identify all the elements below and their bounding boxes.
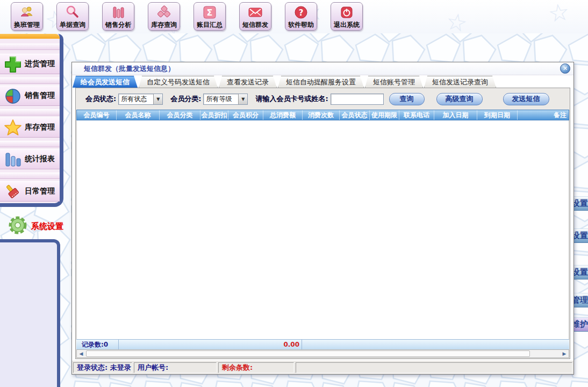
scroll-right-icon[interactable]: ▶: [560, 350, 569, 357]
toolbar-button-label: 换班管理: [14, 20, 40, 29]
top-toolbar: ☆ ☆ ☆ ☆ ☆ 换班管理 单据查询 销售分析 库存查询: [0, 0, 588, 33]
gear-icon: [6, 214, 29, 239]
filter-row: 会员状态: 所有状态 ▼ 会员分类: 所有等级 ▼ 请输入会员卡号或姓名: 查询…: [76, 88, 570, 110]
toolbar-button-label: 单据查询: [60, 20, 85, 29]
tab-auto-reminder-settings[interactable]: 短信自动提醒服务设置: [278, 76, 364, 88]
toolbar-button-label: 软件帮助: [288, 20, 314, 29]
sidebar-divider: [0, 44, 60, 50]
tab-custom-numbers[interactable]: 自定义号码发送短信: [139, 76, 218, 88]
remaining-count: 剩余条数:: [218, 362, 294, 373]
toolbar-button-label: 退出系统: [334, 20, 360, 29]
query-button[interactable]: 查询: [389, 93, 425, 105]
green-plus-icon: [3, 55, 23, 76]
dialog-title: 短信群发（批量发送短信息）: [84, 64, 560, 74]
receipt-query-button[interactable]: 单据查询: [56, 2, 89, 31]
member-search-input[interactable]: [331, 94, 384, 105]
sidebar-item-daily[interactable]: 日常管理: [0, 181, 60, 202]
search-label: 请输入会员卡号或姓名:: [255, 94, 328, 104]
envelope-icon: [248, 4, 263, 20]
advanced-query-button[interactable]: 高级查询: [436, 93, 483, 105]
column-header[interactable]: 会员积分: [228, 110, 263, 120]
help-icon: ?: [293, 4, 309, 20]
sidebar-orange-bar: [0, 34, 60, 39]
horizontal-scrollbar[interactable]: ◀ ▶: [76, 349, 569, 358]
column-header[interactable]: 会员名称: [117, 110, 160, 120]
dialog-status-bar: 登录状态: 未登录 用户帐号: 剩余条数:: [72, 360, 573, 374]
sales-analysis-button[interactable]: 销售分析: [102, 2, 134, 31]
column-header[interactable]: 消费次数: [303, 110, 340, 120]
people-icon: [19, 4, 34, 20]
sms-broadcast-dialog: 短信群发（批量发送短信息） ✕ 给会员发送短信 自定义号码发送短信 查看发送记录…: [71, 62, 574, 375]
column-header[interactable]: 备注: [518, 110, 569, 120]
total-amount: 0.00: [119, 341, 302, 348]
scroll-left-icon[interactable]: ◀: [77, 350, 85, 357]
sidebar-item-label: 库存管理: [25, 123, 55, 132]
member-status-value: 所有状态: [119, 95, 153, 104]
sidebar-divider: [0, 141, 60, 147]
sidebar-item-purchase[interactable]: 进货管理: [0, 54, 60, 74]
member-table-body: [76, 120, 569, 339]
toolbar-button-label: 销售分析: [105, 20, 131, 29]
member-table-header: 会员编号 会员名称 会员分类 会员折扣 会员积分 总消费额 消费次数 会员状态 …: [76, 110, 569, 120]
brush-icon: [3, 182, 23, 204]
background-button-label: 管理: [572, 295, 588, 305]
tab-page-send-to-members: 会员状态: 所有状态 ▼ 会员分类: 所有等级 ▼ 请输入会员卡号或姓名: 查询…: [75, 88, 570, 359]
boxes-icon: [156, 4, 171, 20]
sidebar-item-sales[interactable]: 销售管理: [0, 85, 60, 106]
member-category-select[interactable]: 所有等级 ▼: [203, 94, 248, 105]
column-header[interactable]: 会员折扣: [200, 110, 228, 120]
toolbar-button-label: 库存查询: [151, 20, 177, 29]
chevron-down-icon: ▼: [153, 94, 162, 104]
sidebar-item-label: 进货管理: [25, 59, 55, 69]
toolbar-button-label: 账目汇总: [197, 20, 223, 29]
bar-chart-icon: [111, 4, 126, 20]
svg-text:?: ?: [299, 8, 304, 18]
star-decoration: ☆: [547, 0, 571, 26]
login-status: 登录状态: 未登录: [73, 362, 132, 373]
sidebar-divider: [0, 109, 60, 116]
column-header[interactable]: 会员编号: [77, 110, 117, 120]
tab-send-record-query[interactable]: 短信发送记录查询: [424, 76, 496, 88]
exit-system-button[interactable]: 退出系统: [331, 2, 363, 31]
background-button-label: 设置: [572, 267, 588, 277]
column-header[interactable]: 会员状态: [340, 110, 370, 120]
column-header[interactable]: 加入日期: [434, 110, 477, 120]
sms-broadcast-button[interactable]: 短信群发: [239, 2, 271, 31]
magnifier-icon: [65, 4, 80, 20]
stats-bars-icon: [3, 150, 23, 171]
column-header[interactable]: 总消费额: [263, 110, 303, 120]
star-decoration: ☆: [444, 9, 469, 33]
close-icon[interactable]: ✕: [560, 63, 570, 74]
shift-management-button[interactable]: 换班管理: [11, 2, 43, 31]
sidebar-divider: [0, 173, 60, 179]
member-category-value: 所有等级: [204, 95, 238, 104]
sidebar-divider: [0, 77, 60, 84]
sidebar-item-label: 销售管理: [25, 91, 55, 101]
column-header[interactable]: 会员分类: [160, 110, 200, 120]
pie-chart-icon: [3, 87, 23, 108]
tab-send-to-members[interactable]: 给会员发送短信: [73, 76, 138, 88]
column-header[interactable]: 联系电话: [399, 110, 434, 120]
sidebar-item-inventory[interactable]: 库存管理: [0, 117, 60, 138]
left-sidebar: 进货管理 销售管理 库存管理 统计报表 日常管理: [0, 34, 63, 207]
dialog-tab-row: 给会员发送短信 自定义号码发送短信 查看发送记录 短信自动提醒服务设置 短信账号…: [72, 75, 573, 88]
scrollbar-thumb[interactable]: [86, 350, 530, 357]
account-summary-button[interactable]: Σ 账目汇总: [193, 2, 226, 31]
status-spacer: [296, 362, 572, 373]
inventory-query-button[interactable]: 库存查询: [148, 2, 180, 31]
sidebar-item-reports[interactable]: 统计报表: [0, 149, 60, 169]
record-summary-bar: 记录数:0 0.00: [76, 339, 569, 349]
tab-sms-account-management[interactable]: 短信账号管理: [365, 76, 423, 88]
send-sms-button[interactable]: 发送短信: [503, 93, 549, 105]
toolbar-button-label: 短信群发: [242, 20, 268, 29]
sidebar-item-label: 日常管理: [25, 187, 55, 196]
column-header[interactable]: 到期日期: [477, 110, 518, 120]
member-status-select[interactable]: 所有状态 ▼: [118, 94, 163, 105]
background-button-label: 设置: [572, 231, 588, 241]
software-help-button[interactable]: ? 软件帮助: [285, 2, 317, 31]
tab-view-send-records[interactable]: 查看发送记录: [219, 76, 277, 88]
divider: [302, 340, 302, 349]
user-account: 用户帐号:: [134, 362, 217, 373]
sidebar-item-system-settings[interactable]: 系统设置: [6, 214, 63, 239]
column-header[interactable]: 使用期限: [370, 110, 399, 120]
